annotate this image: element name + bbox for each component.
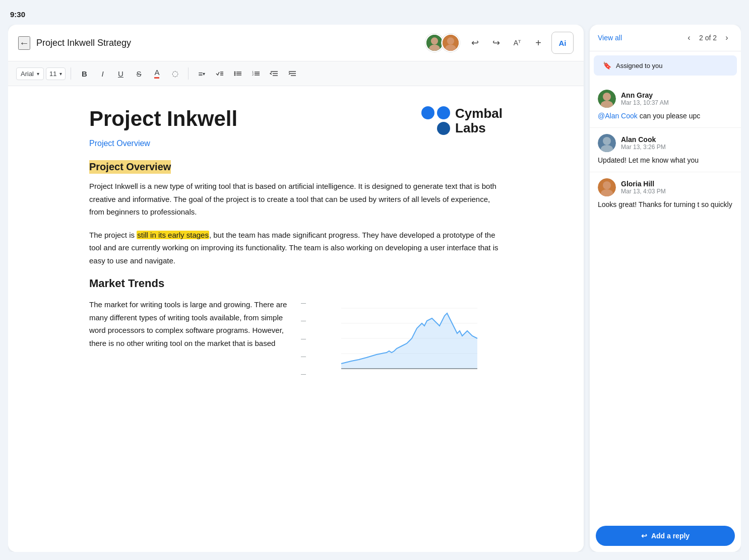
ai-button[interactable]: Ai	[551, 32, 574, 54]
strikethrough-button[interactable]: S	[131, 65, 147, 82]
comment-1-avatar-svg	[598, 90, 616, 108]
header-actions: ↩ ↪ Aᵀ + Ai	[425, 32, 574, 54]
comment-3-time: Mar 13, 4:03 PM	[621, 188, 666, 195]
document-panel: ← Project Inkwell Strategy	[8, 25, 584, 552]
font-size-select[interactable]: 11 ▾	[46, 67, 66, 80]
doc-main-header: Project Inkwell	[89, 106, 503, 135]
svg-point-4	[447, 37, 454, 44]
font-family-select[interactable]: Arial ▾	[16, 67, 44, 80]
comment-3-meta: Gloria Hill Mar 13, 4:03 PM	[621, 180, 666, 195]
checklist-button[interactable]	[212, 65, 228, 82]
increase-indent-button[interactable]	[284, 65, 300, 82]
back-button[interactable]: ←	[18, 36, 30, 50]
comment-2-avatar	[598, 134, 616, 152]
logo-area: Cymbal Labs	[421, 106, 503, 135]
assigned-icon: 🔖	[602, 60, 612, 71]
comment-item-2: Alan Cook Mar 13, 3:26 PM Updated! Let m…	[590, 128, 741, 172]
avatar-1-img	[426, 35, 443, 51]
highlighted-text: still in its early stages	[137, 231, 209, 239]
comments-list: Ann Gray Mar 13, 10:37 AM @Alan Cook can…	[590, 80, 741, 520]
svg-point-5	[445, 45, 456, 52]
comment-3-avatar	[598, 178, 616, 196]
font-size-label: 11	[49, 70, 56, 78]
svg-point-10	[234, 73, 236, 75]
separator-2	[188, 67, 189, 80]
svg-point-9	[234, 72, 236, 73]
svg-point-1	[431, 37, 438, 44]
svg-point-32	[603, 93, 611, 101]
comments-panel: View all ‹ 2 of 2 › 🔖 Assigned to you	[590, 25, 741, 552]
undo-button[interactable]: ↩	[467, 35, 483, 51]
increase-indent-icon	[288, 69, 297, 78]
highlight-button[interactable]: ◌	[167, 65, 183, 82]
separator-1	[71, 67, 71, 80]
svg-point-38	[603, 181, 611, 189]
italic-button[interactable]: I	[94, 65, 110, 82]
comment-1-text: @Alan Cook can you please upc	[598, 111, 733, 121]
comment-2-author: Alan Cook	[621, 135, 666, 144]
comment-1-avatar	[598, 90, 616, 108]
comment-1-mention: @Alan Cook	[598, 112, 638, 120]
reply-label: Add a reply	[651, 532, 690, 540]
comment-3-avatar-svg	[598, 178, 616, 196]
svg-point-11	[234, 75, 236, 76]
font-family-label: Arial	[21, 70, 34, 78]
toolbar: Arial ▾ 11 ▾ B I U S A ◌ ≡ ▾	[8, 61, 584, 86]
comment-1-meta: Ann Gray Mar 13, 10:37 AM	[621, 91, 669, 106]
avatar-2-img	[443, 35, 459, 51]
comment-1-author: Ann Gray	[621, 91, 669, 99]
numbered-list-button[interactable]: 1 2	[248, 65, 264, 82]
y-axis-labels: — — — — —	[301, 298, 306, 379]
avatar-1[interactable]	[425, 34, 444, 52]
svg-point-2	[429, 45, 440, 52]
page-separator: of	[705, 34, 713, 42]
doc-main-title: Project Inkwell	[89, 106, 237, 131]
pagination: ‹ 2 of 2 ›	[683, 32, 733, 44]
bullet-list-icon	[233, 69, 242, 78]
comment-1-author-row: Ann Gray Mar 13, 10:37 AM	[598, 90, 733, 108]
market-paragraph: The market for writing tools is large an…	[89, 298, 291, 349]
cymbal-dots	[421, 106, 450, 135]
redo-button[interactable]: ↪	[488, 35, 504, 51]
view-all-link[interactable]: View all	[598, 34, 679, 42]
y-label-5: —	[301, 300, 306, 306]
svg-text:2: 2	[252, 73, 254, 76]
bullet-list-button[interactable]	[230, 65, 246, 82]
comment-1-time: Mar 13, 10:37 AM	[621, 99, 669, 106]
prev-page-button[interactable]: ‹	[683, 32, 695, 44]
add-button[interactable]: +	[530, 35, 546, 51]
avatar-2[interactable]	[442, 34, 460, 52]
doc-content: Project Inkwell	[89, 106, 503, 379]
text-format-button[interactable]: Aᵀ	[509, 35, 525, 51]
comment-item-3: Gloria Hill Mar 13, 4:03 PM Looks great!…	[590, 172, 741, 216]
align-button[interactable]: ≡ ▾	[194, 65, 210, 82]
page-current: 2	[699, 34, 703, 42]
paragraph-1: Project Inkwell is a new type of writing…	[89, 180, 503, 219]
status-bar: 9:30	[8, 8, 741, 25]
comment-2-meta: Alan Cook Mar 13, 3:26 PM	[621, 135, 666, 151]
bold-button[interactable]: B	[76, 65, 92, 82]
cymbal-text: Cymbal Labs	[455, 106, 503, 135]
dot-row-2	[421, 122, 450, 135]
assigned-badge: 🔖 Assigned to you	[594, 55, 737, 76]
underline-button[interactable]: U	[112, 65, 129, 82]
y-label-3: —	[301, 336, 306, 341]
comment-3-text: Looks great! Thanks for turning t so qui…	[598, 199, 733, 210]
comments-header: View all ‹ 2 of 2 ›	[590, 25, 741, 51]
decrease-indent-button[interactable]	[266, 65, 282, 82]
comment-2-text: Updated! Let me know what you	[598, 155, 733, 166]
font-color-button[interactable]: A	[149, 65, 165, 82]
section-title-market: Market Trends	[89, 277, 503, 290]
doc-body[interactable]: Project Inkwell	[8, 86, 584, 552]
decrease-indent-icon	[270, 69, 279, 78]
next-page-button[interactable]: ›	[721, 32, 733, 44]
cymbal-name-2: Labs	[455, 121, 503, 135]
document-title: Project Inkwell Strategy	[36, 38, 419, 48]
market-trends-section: Market Trends The market for writing too…	[89, 277, 503, 379]
main-content: ← Project Inkwell Strategy	[8, 25, 741, 552]
ai-label: Ai	[559, 39, 567, 47]
doc-date: Project Overview	[89, 139, 503, 148]
add-reply-button[interactable]: ↩ Add a reply	[596, 526, 735, 546]
chart-area: — — — — —	[301, 298, 503, 379]
comment-2-avatar-svg	[598, 134, 616, 152]
